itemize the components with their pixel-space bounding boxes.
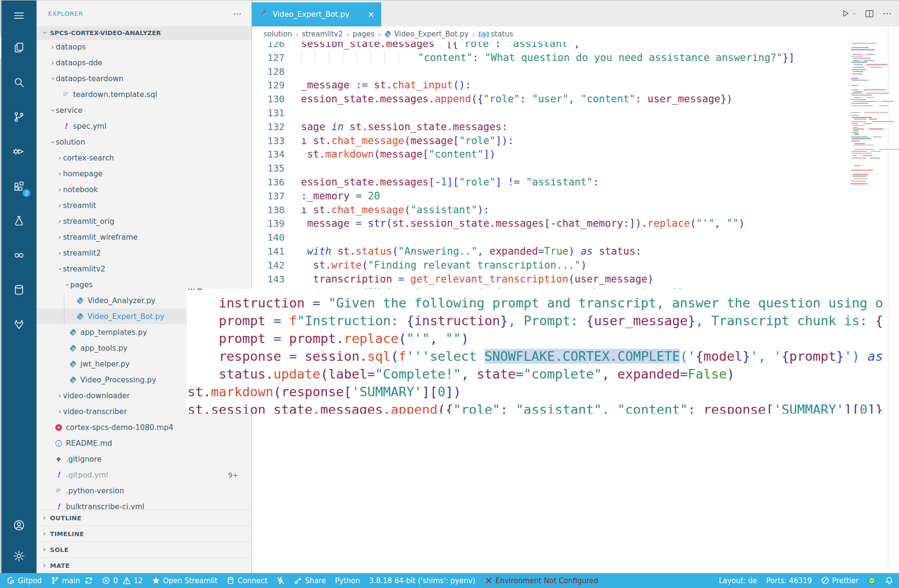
lines-file-icon [54, 487, 62, 494]
status-share[interactable]: Share [294, 573, 325, 588]
activity-run-debug-icon[interactable] [1, 134, 37, 169]
error-icon [102, 576, 110, 585]
activity-settings-icon[interactable] [1, 540, 37, 571]
tree-folder-dataops-teardown[interactable]: ›dataops-teardown [37, 71, 251, 86]
activity-testing-icon[interactable] [1, 203, 37, 238]
tree-folder-streamlit[interactable]: ›streamlit [37, 197, 251, 213]
video-file-icon [54, 424, 62, 431]
chevron-right-icon: › [41, 545, 48, 554]
breadcrumb-item-pages[interactable]: pages [352, 30, 374, 38]
status-label: Python [335, 576, 360, 585]
tree-folder-notebook[interactable]: ›notebook [37, 182, 251, 197]
status-label: Ports: 46319 [766, 576, 812, 585]
tree-file-readme-md[interactable]: README.md [37, 435, 251, 451]
tree-file--gitignore[interactable]: .gitignore [37, 451, 251, 467]
breadcrumb-item-status[interactable]: [@]status [478, 30, 513, 38]
more-actions-button[interactable] [882, 9, 892, 19]
tree-folder-dataops[interactable]: ›dataops [37, 39, 251, 55]
code-line-131: 131 [252, 106, 849, 120]
activity-remote-links-icon[interactable] [1, 238, 37, 272]
activity-extensions-icon[interactable]: 2 [1, 169, 37, 203]
tree-file--gitpod-yml[interactable]: !.gitpod.yml9+ [37, 467, 251, 483]
close-small-icon [485, 576, 493, 585]
project-root-header[interactable]: › SPCS-CORTEX-VIDEO-ANALYZER [37, 26, 251, 39]
status-prettier[interactable]: Prettier [821, 573, 859, 588]
close-icon[interactable]: × [368, 10, 375, 19]
tree-folder-cortex-search[interactable]: ›cortex-search [37, 150, 251, 166]
code-line-130: 130ession_state.messages.append({"role":… [252, 92, 849, 106]
status-python-interpreter[interactable]: 3.8.18 64-bit ('shims': pyenv) [369, 573, 475, 588]
file-label: app_tools.py [80, 344, 127, 353]
minimap-divider [888, 26, 888, 573]
status-label: Prettier [832, 576, 859, 585]
activity-source-control-icon[interactable] [1, 99, 37, 134]
file-label: jwt_helper.py [80, 360, 130, 368]
python-file-icon [76, 297, 84, 305]
tree-folder-homepage[interactable]: ›homepage [37, 166, 251, 182]
magnified-code-line: prompt = f"Instruction: {instruction}, P… [187, 312, 888, 330]
status-gitpod[interactable]: Gitpod [7, 573, 42, 588]
run-button[interactable] [841, 9, 857, 19]
tab-video-expert-bot[interactable]: Video_Expert_Bot.py × [252, 2, 381, 26]
star-icon [152, 576, 160, 585]
status-codetime[interactable] [868, 573, 876, 588]
activity-explorer-icon[interactable] [1, 30, 37, 65]
file-label: cortex-spcs-demo-1080.mp4 [66, 423, 174, 432]
split-editor-button[interactable] [864, 9, 874, 19]
status-connect[interactable]: Connect [226, 573, 267, 588]
status-notifications[interactable] [885, 573, 893, 588]
activity-search-icon[interactable] [1, 65, 37, 99]
zap-off-icon [276, 576, 285, 585]
code-line-133: 133ı st.chat_message(message["role"]): [252, 134, 849, 148]
breadcrumb-item-video-expert-bot-py[interactable]: Video_Expert_Bot.py [384, 30, 469, 38]
status-keyboard-layout[interactable]: Layout: de [719, 573, 757, 588]
tree-file--python-version[interactable]: .python-version [37, 483, 251, 499]
breadcrumb-separator: › [295, 30, 298, 39]
status-python-language[interactable]: Python [335, 573, 360, 588]
code-line-135: 135 [252, 161, 849, 175]
python-file-icon [69, 376, 77, 384]
line-number: 142 [252, 258, 285, 272]
activity-menu-icon[interactable] [1, 0, 37, 30]
tree-folder-streamlit2[interactable]: ›streamlit2 [37, 245, 251, 261]
section-label: SOLE [50, 546, 69, 553]
tree-folder-streamlit-wireframe[interactable]: ›streamlit_wireframe [37, 229, 251, 245]
tree-folder-service[interactable]: ›service [37, 102, 251, 118]
status-environment-not-configured[interactable]: Environment Not Configured [485, 573, 599, 588]
tree-folder-streamlit-orig[interactable]: ›streamlit_orig [37, 213, 251, 229]
tree-file-teardown-template-sql[interactable]: teardown.template.sql [37, 86, 251, 102]
vscode-window: 2 EXPLORER ⋯ › SPCS-CORTEX-VIDEO-ANALYZE… [0, 0, 899, 588]
info-file-icon [54, 440, 62, 447]
chevron-down-icon: › [56, 266, 64, 272]
tree-folder-dataops-dde[interactable]: ›dataops-dde [37, 55, 251, 71]
tree-file-spec-yml[interactable]: !spec.yml [37, 118, 251, 134]
activity-accounts-icon[interactable] [1, 510, 37, 540]
sidebar-section-outline[interactable]: ›OUTLINE [37, 510, 251, 526]
minimap[interactable] [849, 41, 888, 196]
magnifier-overlay: me instruction = "Given the following pr… [187, 289, 888, 414]
symbol-icon: [@] [478, 31, 488, 38]
file-badge: 9+ [228, 471, 238, 479]
breadcrumb-item-streamlitv2[interactable]: streamlitv2 [302, 30, 343, 38]
status-ports[interactable]: Ports: 46319 [766, 573, 812, 588]
sidebar-section-timeline[interactable]: ›TIMELINE [37, 526, 251, 541]
status-problems[interactable]: 012 [102, 573, 143, 588]
breadcrumb-item-solution[interactable]: solution [263, 30, 292, 38]
magnified-code-line: st.markdown(response['SUMMARY'][0]) [187, 383, 888, 401]
tree-file-cortex-spcs-demo-1080-mp4[interactable]: cortex-spcs-demo-1080.mp4 [37, 419, 251, 435]
sidebar-section-sole[interactable]: ›SOLE [37, 541, 251, 557]
tree-folder-solution[interactable]: ›solution [37, 134, 251, 150]
explorer-more-actions-icon[interactable]: ⋯ [233, 11, 242, 16]
code-line-142: 142 st.write("Finding relevant transcrip… [252, 258, 849, 272]
status-branch[interactable]: main [51, 573, 93, 588]
tree-folder-streamlitv2[interactable]: ›streamlitv2 [37, 261, 251, 277]
sidebar-section-mate[interactable]: ›MATE [37, 557, 251, 573]
activity-database-icon[interactable] [1, 272, 37, 307]
status-open-streamlit[interactable]: Open Streamlit [152, 573, 217, 588]
status-zap-off[interactable] [276, 573, 285, 588]
file-label: Video_Analyzer.py [87, 296, 155, 305]
folder-label: homepage [63, 170, 103, 178]
code-line-126: 126session_state.messages[{"role": "assi… [252, 42, 849, 51]
chevron-down-icon: › [49, 75, 57, 82]
activity-gitlab-icon[interactable] [1, 307, 37, 342]
